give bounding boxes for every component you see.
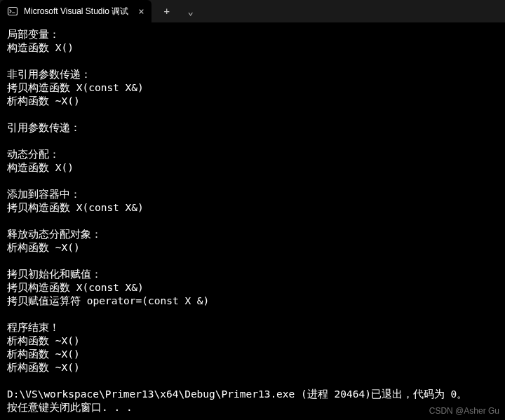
tab-dropdown-button[interactable]: ⌄ bbox=[181, 1, 201, 21]
tab-title: Microsoft Visual Studio 调试 bbox=[24, 6, 128, 18]
active-tab[interactable]: Microsoft Visual Studio 调试 × bbox=[0, 0, 152, 22]
titlebar-actions: + ⌄ bbox=[152, 0, 206, 22]
new-tab-button[interactable]: + bbox=[157, 1, 177, 21]
svg-rect-0 bbox=[8, 8, 18, 15]
watermark: CSDN @Asher Gu bbox=[429, 406, 499, 416]
close-icon[interactable]: × bbox=[138, 6, 144, 16]
terminal-output: 局部变量： 构造函数 X() 非引用参数传递： 拷贝构造函数 X(const X… bbox=[0, 22, 505, 420]
titlebar: Microsoft Visual Studio 调试 × + ⌄ bbox=[0, 0, 505, 22]
terminal-icon bbox=[7, 6, 18, 17]
chevron-down-icon: ⌄ bbox=[187, 6, 193, 17]
